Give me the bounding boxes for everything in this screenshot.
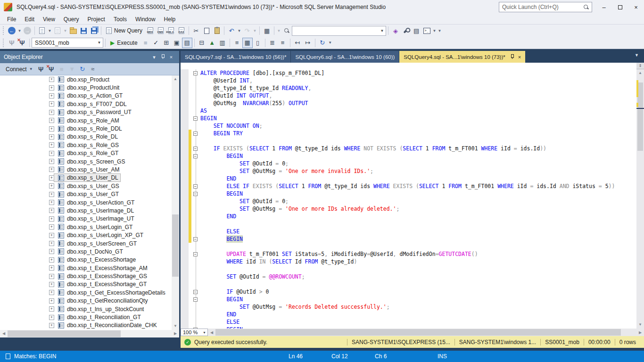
comment-icon[interactable]: ≣ [267,38,278,48]
intellisense-refresh-icon[interactable]: ↻ [317,38,328,48]
expand-icon[interactable]: + [49,175,54,181]
expand-icon[interactable]: + [49,315,54,320]
hscroll-left-arrow[interactable]: ◀ [208,330,215,335]
tree-item[interactable]: +dbo.xsp_t_ExcessShortage [0,256,179,264]
results-to-file-icon[interactable]: ▯ [253,38,263,48]
tree-item[interactable]: +dbo.xsp_s_Role_GT [0,149,179,157]
sql-code-editor[interactable]: −ALTER PROCEDURE [dbo].[xsp_m_FT001_DL] … [181,63,644,329]
paste-icon[interactable] [212,25,222,36]
expand-icon[interactable]: + [49,208,54,213]
quick-launch-input[interactable] [502,4,583,10]
document-tab[interactable]: SQLQuery6.sql - SA...1\windows 10 (60)) [291,51,399,63]
undo-caret[interactable]: ▼ [237,25,242,36]
fold-marker[interactable]: − [193,132,198,136]
window-position-icon[interactable]: ▾ [150,54,158,60]
find-in-files-icon[interactable] [281,25,292,36]
expand-icon[interactable]: + [49,77,54,82]
expand-icon[interactable]: + [49,216,54,222]
menu-tools[interactable]: Tools [109,14,131,25]
document-tab[interactable]: SQLQuery4.sql - SA...1\windows 10 (73))*… [399,51,525,63]
nav-back-icon[interactable]: ← [7,25,17,36]
menu-window[interactable]: Window [131,14,160,25]
expand-icon[interactable]: + [49,110,54,115]
tree-item[interactable]: +dbo.xsp_s_Role_DDL [0,124,179,132]
oe-activity-monitor-icon[interactable]: ≈ [88,64,98,74]
save-icon[interactable] [78,25,89,36]
open-file-icon[interactable] [68,25,78,36]
quick-launch-box[interactable] [499,2,592,12]
expand-icon[interactable]: + [49,192,54,197]
close-icon[interactable]: × [167,54,175,60]
tree-item[interactable]: +dbo.xsp_t_ExcessShortage_GS [0,272,179,280]
expand-icon[interactable]: + [49,241,54,246]
editor-horizontal-scrollbar[interactable] [215,329,636,336]
window-list-caret[interactable]: ▼ [276,25,281,36]
tree-item[interactable]: +dbo.xsp_s_User_DL [0,174,179,182]
save-all-icon[interactable] [89,25,99,36]
toolbar2-overflow-caret[interactable]: ▼ [328,38,333,48]
expand-icon[interactable]: + [49,249,54,254]
expand-icon[interactable]: + [49,224,54,230]
expand-icon[interactable]: + [49,183,54,189]
tree-item[interactable]: +dbo.xsp_ProductUnit [0,83,179,91]
cut-icon[interactable]: ✂ [191,25,201,36]
tree-item[interactable]: +dbo.xsp_s_UserLogin_XP_GT [0,231,179,239]
fold-marker[interactable]: − [193,71,198,75]
expand-icon[interactable]: + [49,142,54,148]
expand-icon[interactable]: + [49,159,54,164]
menu-edit[interactable]: Edit [20,14,39,25]
expand-icon[interactable]: + [49,85,54,90]
intellisense-enabled-icon[interactable]: ▤ [182,38,192,48]
hscroll-right-arrow[interactable]: ▶ [636,330,644,335]
estimated-plan-icon[interactable]: ⊞ [161,38,172,48]
fold-marker[interactable]: − [193,116,198,121]
tree-item[interactable]: +dbo.xsp_s_Role_DL [0,133,179,141]
live-stats-icon[interactable]: ▲ [207,38,217,48]
increase-indent-icon[interactable]: ↦ [303,38,313,48]
dmx-query-icon[interactable]: DMX [156,25,166,36]
fold-marker[interactable]: − [193,154,198,158]
parse-icon[interactable]: ✓ [151,38,161,48]
expand-icon[interactable]: + [49,118,54,123]
expand-icon[interactable]: + [49,298,54,304]
expand-icon[interactable]: + [49,233,54,238]
undo-icon[interactable]: ↶ [226,25,237,36]
tree-horizontal-scrollbar[interactable]: ◀ ▶ [0,330,179,337]
add-item-caret[interactable]: ▼ [63,25,68,36]
expand-icon[interactable]: + [49,265,54,271]
oe-refresh-icon[interactable]: ↻ [77,64,88,74]
client-stats-icon[interactable]: ▥ [217,38,228,48]
document-tab[interactable]: SQLQuery7.sql - SA...1\windows 10 (56))* [181,51,290,63]
tree-item[interactable]: +dbo.xsp_t_ExcessShortage_GT [0,280,179,288]
dax-query-icon[interactable]: DAX [176,25,187,36]
tab-close-icon[interactable]: × [518,54,521,60]
execute-button[interactable]: ▶Execute [107,38,140,48]
tree-item[interactable]: +dbo.xsp_s_UserAction_GT [0,198,179,206]
expand-icon[interactable]: + [49,126,54,132]
expand-icon[interactable]: + [49,167,54,172]
tree-item[interactable]: +dbo.xsp_s_FT007_DDL [0,100,179,108]
tree-item[interactable]: +dbo.xsp_t_GetReconciliationQty [0,297,179,305]
tree-item[interactable]: +dbo.xsp_t_DocNo_GT [0,247,179,255]
tree-item[interactable]: +dbo.xsp_s_User_GS [0,182,179,190]
redo-caret[interactable]: ▼ [252,25,257,36]
tree-item[interactable]: +dbo.xsp_s_Action_GT [0,92,179,100]
tree-item[interactable]: +dbo.xsp_s_Role_GS [0,141,179,149]
command-window-caret[interactable]: ▼ [432,25,437,36]
tree-item[interactable]: +dbo.xsp_t_ExcessShortage_AM [0,264,179,272]
add-item-icon[interactable] [52,25,63,36]
command-window-icon[interactable]: >_ [421,25,432,36]
menu-view[interactable]: View [39,14,59,25]
expand-icon[interactable]: + [49,306,54,312]
xml-editor-icon[interactable]: ◈ [390,25,401,36]
expand-icon[interactable]: + [49,101,54,107]
fold-marker[interactable]: − [193,297,198,302]
fold-marker[interactable]: − [193,192,198,196]
menu-project[interactable]: Project [83,14,109,25]
decrease-indent-icon[interactable]: ↤ [292,38,303,48]
fold-marker[interactable]: − [193,237,198,241]
expand-icon[interactable]: + [49,257,54,263]
tab-list-chevron-icon[interactable]: ▼ [635,53,639,58]
mdx-query-icon[interactable]: MDX [145,25,156,36]
menu-query[interactable]: Query [59,14,83,25]
